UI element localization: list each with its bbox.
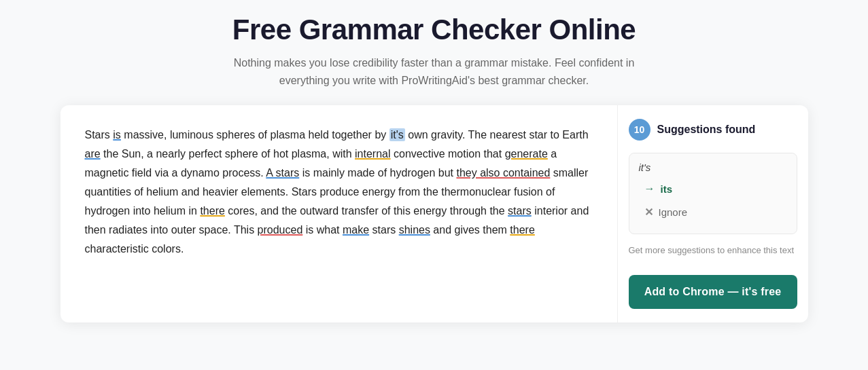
- text-editor[interactable]: Stars is massive, luminous spheres of pl…: [60, 105, 618, 322]
- suggestions-title: Suggestions found: [657, 124, 756, 136]
- suggestion-box: it's → its ✕ Ignore: [629, 153, 797, 234]
- more-suggestions-text: Get more suggestions to enhance this tex…: [629, 245, 797, 255]
- suggestions-badge: 10: [629, 119, 650, 141]
- x-icon: ✕: [644, 206, 653, 219]
- add-to-chrome-button[interactable]: Add to Chrome — it's free: [629, 275, 797, 309]
- replace-label: its: [661, 183, 673, 195]
- error-there2[interactable]: there: [510, 224, 534, 236]
- main-card: Stars is massive, luminous spheres of pl…: [60, 105, 808, 322]
- page-subtitle: Nothing makes you lose credibility faste…: [230, 54, 638, 89]
- ignore-action[interactable]: ✕ Ignore: [639, 202, 787, 223]
- ignore-label: Ignore: [659, 206, 688, 218]
- error-generate[interactable]: generate: [505, 148, 548, 160]
- suggestions-panel: 10 Suggestions found it's → its ✕ Ignore…: [618, 105, 808, 322]
- suggestion-word: it's: [639, 162, 787, 173]
- error-make[interactable]: make: [343, 224, 369, 236]
- error-its-highlight[interactable]: it's: [389, 128, 405, 141]
- error-shines[interactable]: shines: [399, 224, 430, 236]
- word-own: own: [408, 129, 428, 141]
- editor-text: Stars is massive, luminous spheres of pl…: [85, 126, 593, 259]
- error-produced[interactable]: produced: [258, 224, 303, 236]
- page-title: Free Grammar Checker Online: [230, 14, 638, 46]
- error-stars-interior[interactable]: stars: [508, 205, 532, 217]
- suggestions-header: 10 Suggestions found: [629, 119, 797, 141]
- error-a-stars[interactable]: A stars: [266, 167, 299, 179]
- replace-action[interactable]: → its: [639, 179, 787, 199]
- error-they-also-contained[interactable]: they also contained: [456, 167, 550, 179]
- error-is[interactable]: is: [113, 129, 121, 141]
- error-internal[interactable]: internal: [355, 148, 390, 160]
- arrow-icon: →: [644, 183, 655, 195]
- error-are[interactable]: are: [85, 148, 101, 160]
- error-there1[interactable]: there: [200, 205, 224, 217]
- page-header: Free Grammar Checker Online Nothing make…: [230, 14, 638, 89]
- text-fragment: inly made of hydrogen but: [328, 167, 457, 179]
